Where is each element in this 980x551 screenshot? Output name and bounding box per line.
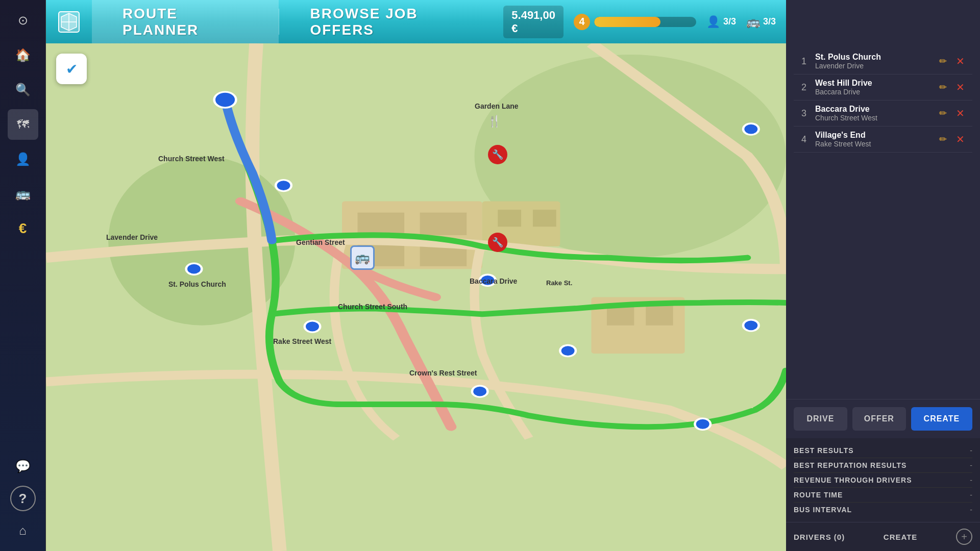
- driver-icon[interactable]: 👤: [8, 144, 38, 174]
- drivers-value: 3/3: [723, 16, 736, 27]
- route-actions-3: ✏ ✕: [936, 106, 967, 120]
- map-icon-nav: [46, 0, 92, 43]
- edit-route-4[interactable]: ✏: [936, 132, 950, 146]
- browse-jobs-label: BROWSE JOB OFFERS: [310, 6, 473, 38]
- compass-icon[interactable]: ⊙: [8, 5, 38, 36]
- route-actions-1: ✏ ✕: [936, 54, 967, 68]
- stat-row-best-rep: BEST REPUTATION RESULTS -: [794, 458, 972, 473]
- main-content: ROUTE PLANNER BROWSE JOB OFFERS 5.491,00…: [46, 0, 786, 551]
- help-icon[interactable]: ?: [10, 486, 36, 511]
- stat-row-revenue: REVENUE THROUGH DRIVERS -: [794, 473, 972, 488]
- route-primary-2: West Hill Drive: [815, 79, 929, 88]
- svg-point-21: [560, 345, 576, 356]
- svg-rect-10: [498, 210, 521, 227]
- buses-value: 3/3: [763, 16, 776, 27]
- route-primary-3: Baccara Drive: [815, 105, 929, 114]
- stat-row-route-time: ROUTE TIME -: [794, 488, 972, 503]
- delete-route-3[interactable]: ✕: [953, 106, 967, 120]
- stats-panel: BEST RESULTS - BEST REPUTATION RESULTS -…: [786, 438, 980, 522]
- bus-interval-label: BUS INTERVAL: [794, 506, 852, 514]
- delete-route-2[interactable]: ✕: [953, 80, 967, 94]
- svg-point-23: [695, 418, 710, 430]
- bus-icon[interactable]: 🚌: [8, 179, 38, 209]
- best-rep-value: -: [970, 461, 972, 469]
- create-button[interactable]: CREATE: [911, 407, 972, 431]
- xp-level: 4: [574, 14, 590, 30]
- route-item-1: 1 St. Polus Church Lavender Drive ✏ ✕: [794, 48, 972, 74]
- drivers-label: DRIVERS (0): [794, 533, 845, 541]
- drivers-create-label[interactable]: CREATE: [884, 533, 918, 541]
- route-info-3: Baccara Drive Church Street West: [815, 105, 929, 122]
- route-time-value: -: [970, 491, 972, 499]
- delete-route-4[interactable]: ✕: [953, 132, 967, 146]
- top-stats: 5.491,00 € 4 👤 3/3 🚌 3/3: [503, 6, 786, 38]
- offer-button[interactable]: OFFER: [852, 407, 906, 431]
- revenue-value: -: [970, 476, 972, 484]
- svg-point-18: [480, 274, 496, 286]
- level-value: 4: [579, 16, 584, 28]
- tab-browse-jobs[interactable]: BROWSE JOB OFFERS: [279, 0, 503, 43]
- money-icon[interactable]: €: [8, 213, 38, 244]
- route-list: 1 St. Polus Church Lavender Drive ✏ ✕ 2 …: [786, 43, 980, 227]
- svg-point-20: [743, 320, 759, 331]
- right-panel-inner: 1 St. Polus Church Lavender Drive ✏ ✕ 2 …: [786, 43, 980, 551]
- right-panel: 1 St. Polus Church Lavender Drive ✏ ✕ 2 …: [786, 0, 980, 551]
- svg-rect-14: [646, 306, 673, 325]
- drivers-stat: 👤 3/3: [706, 15, 736, 29]
- route-num-1: 1: [799, 56, 809, 67]
- svg-rect-13: [607, 306, 634, 325]
- svg-point-16: [276, 180, 291, 191]
- edit-route-1[interactable]: ✏: [936, 54, 950, 68]
- bus-interval-value: -: [970, 506, 972, 514]
- route-num-4: 4: [799, 134, 809, 145]
- best-rep-label: BEST REPUTATION RESULTS: [794, 461, 906, 469]
- repair-icon-1: 🔧: [488, 145, 507, 164]
- map-container[interactable]: Garden Lane Church Street West Lavender …: [46, 43, 786, 551]
- chat-icon[interactable]: 💬: [8, 451, 38, 482]
- route-info-1: St. Polus Church Lavender Drive: [815, 53, 929, 70]
- route-time-label: ROUTE TIME: [794, 491, 843, 499]
- left-sidebar: ⊙ 🏠 🔍 🗺 👤 🚌 € 💬 ? ⌂: [0, 0, 46, 551]
- top-nav: ROUTE PLANNER BROWSE JOB OFFERS 5.491,00…: [46, 0, 786, 43]
- map-icon[interactable]: 🗺: [8, 109, 38, 140]
- dining-icon: 🍴: [487, 115, 501, 128]
- svg-rect-11: [533, 210, 556, 227]
- map-svg: [46, 43, 786, 551]
- svg-point-17: [186, 263, 202, 274]
- route-secondary-3: Church Street West: [815, 114, 929, 122]
- stat-row-bus-interval: BUS INTERVAL -: [794, 503, 972, 517]
- map-check-button[interactable]: ✔: [56, 54, 87, 84]
- drivers-section: DRIVERS (0) CREATE +: [786, 522, 980, 551]
- svg-rect-5: [358, 213, 405, 235]
- bus2-icon: 🚌: [746, 15, 760, 29]
- route-planner-label: ROUTE PLANNER: [122, 6, 248, 38]
- route-primary-4: Village's End: [815, 131, 929, 140]
- svg-rect-6: [420, 213, 467, 235]
- drive-button[interactable]: DRIVE: [794, 407, 847, 431]
- home2-icon[interactable]: ⌂: [8, 515, 38, 546]
- route-item-2: 2 West Hill Drive Baccara Drive ✏ ✕: [794, 74, 972, 101]
- edit-route-2[interactable]: ✏: [936, 80, 950, 94]
- edit-route-3[interactable]: ✏: [936, 106, 950, 120]
- route-item-3: 3 Baccara Drive Church Street West ✏ ✕: [794, 101, 972, 127]
- delete-route-1[interactable]: ✕: [953, 54, 967, 68]
- revenue-label: REVENUE THROUGH DRIVERS: [794, 476, 912, 484]
- repair-icon-2: 🔧: [488, 233, 507, 252]
- route-num-2: 2: [799, 82, 809, 93]
- buses-stat: 🚌 3/3: [746, 15, 776, 29]
- tab-route-planner[interactable]: ROUTE PLANNER: [92, 0, 279, 43]
- add-driver-button[interactable]: +: [956, 529, 972, 545]
- best-results-value: -: [970, 446, 972, 455]
- home-icon[interactable]: 🏠: [8, 40, 38, 70]
- route-secondary-1: Lavender Drive: [815, 62, 929, 70]
- search-icon[interactable]: 🔍: [8, 74, 38, 105]
- route-num-3: 3: [799, 108, 809, 119]
- stat-row-best-results: BEST RESULTS -: [794, 443, 972, 458]
- route-secondary-2: Baccara Drive: [815, 88, 929, 96]
- route-info-4: Village's End Rake Street West: [815, 131, 929, 148]
- svg-point-22: [472, 386, 488, 397]
- route-info-2: West Hill Drive Baccara Drive: [815, 79, 929, 96]
- route-primary-1: St. Polus Church: [815, 53, 929, 62]
- map-background: Garden Lane Church Street West Lavender …: [46, 43, 786, 551]
- action-buttons: DRIVE OFFER CREATE: [786, 399, 980, 438]
